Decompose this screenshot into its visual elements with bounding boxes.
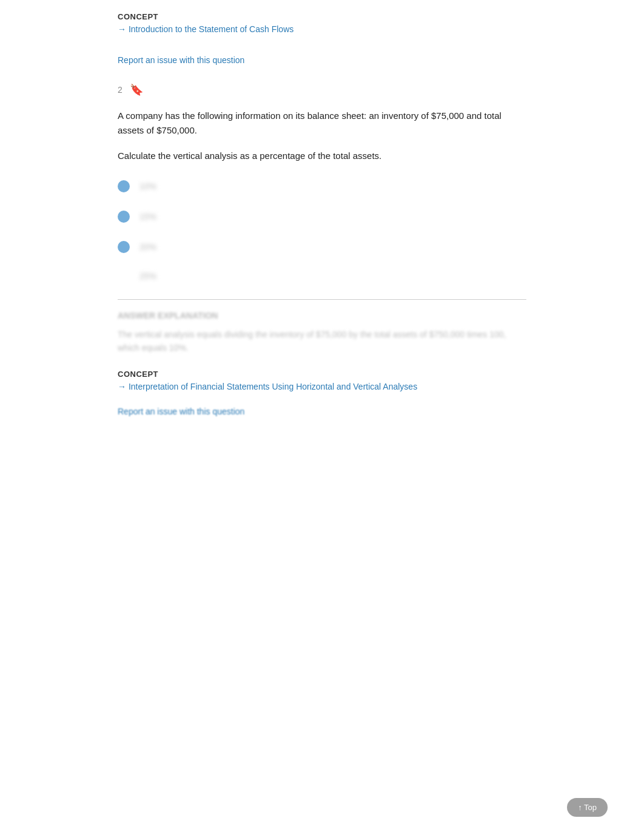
scroll-top-button[interactable]: ↑ Top xyxy=(567,798,608,817)
question-text-part2: Calculate the vertical analysis as a per… xyxy=(118,149,526,163)
answer-options: 10% 15% 20% 25% xyxy=(118,180,526,281)
concept-section-top: CONCEPT → Introduction to the Statement … xyxy=(118,12,526,35)
answer-body: The vertical analysis equals dividing th… xyxy=(118,328,526,355)
report-issue-link-bottom[interactable]: Report an issue with this question xyxy=(118,407,244,416)
report-issue-link-top[interactable]: Report an issue with this question xyxy=(118,55,244,65)
radio-b[interactable] xyxy=(118,211,130,223)
question-number-row: 2 🔖 xyxy=(118,83,526,96)
answer-title: ANSWER EXPLANATION xyxy=(118,311,526,320)
radio-c[interactable] xyxy=(118,241,130,253)
question-text-part1: A company has the following information … xyxy=(118,109,526,138)
radio-a[interactable] xyxy=(118,180,130,192)
option-d[interactable]: 25% xyxy=(139,271,526,281)
option-b[interactable]: 15% xyxy=(118,211,526,223)
answer-section: ANSWER EXPLANATION The vertical analysis… xyxy=(118,311,526,355)
question-number: 2 xyxy=(118,85,122,95)
option-c[interactable]: 20% xyxy=(118,241,526,253)
concept-section-bottom: CONCEPT → Interpretation of Financial St… xyxy=(118,370,526,392)
concept-label-bottom: CONCEPT xyxy=(118,370,526,379)
concept-link-top[interactable]: → Introduction to the Statement of Cash … xyxy=(118,24,293,34)
option-c-text: 20% xyxy=(139,242,156,252)
option-a[interactable]: 10% xyxy=(118,180,526,192)
option-b-text: 15% xyxy=(139,212,156,221)
section-divider xyxy=(118,299,526,300)
bookmark-icon[interactable]: 🔖 xyxy=(130,83,143,96)
option-a-text: 10% xyxy=(139,181,156,191)
concept-label-top: CONCEPT xyxy=(118,12,526,21)
concept-link-bottom[interactable]: → Interpretation of Financial Statements… xyxy=(118,382,417,391)
